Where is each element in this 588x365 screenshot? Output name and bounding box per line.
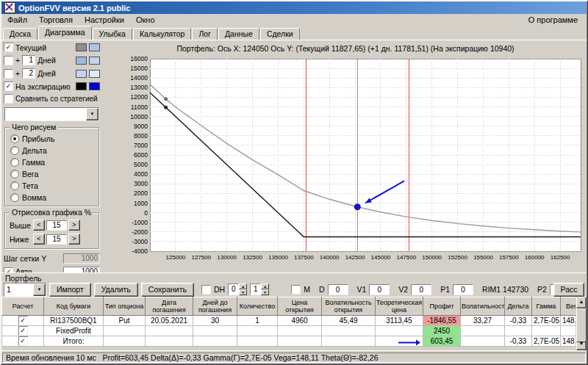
cell-col-quantity (237, 326, 278, 336)
plus2-color1-swatch[interactable] (76, 70, 87, 78)
tab-smile[interactable]: Улыбка (93, 28, 132, 40)
calculate-button[interactable]: Расс (553, 283, 584, 297)
col-profit[interactable]: Профит (423, 297, 461, 316)
plus1-color1-swatch[interactable] (76, 57, 87, 65)
scrollbar-track[interactable] (576, 308, 587, 339)
menu-settings[interactable]: Настройки (79, 15, 130, 25)
spin-down-icon[interactable]: ▼ (239, 289, 247, 295)
row-calc-checkbox[interactable]: ✓ (18, 316, 28, 325)
radio-profit[interactable]: Прибыль (7, 133, 97, 145)
radio-delta[interactable]: Дельта (7, 145, 97, 156)
plus1-color2-swatch[interactable] (89, 57, 100, 65)
radio-icon[interactable] (10, 193, 19, 202)
row-calc-checkbox[interactable]: ✓ (18, 336, 28, 346)
col-calc[interactable]: Расчет (2, 297, 44, 316)
current-line-color-swatch[interactable] (76, 43, 87, 51)
save-button[interactable]: Сохранить (141, 283, 194, 297)
profit-chart[interactable]: -4000-3000-2000-100001000200030004000500… (103, 54, 588, 272)
plus2-days-input[interactable]: 2 (22, 68, 35, 79)
plus1-checkbox[interactable] (4, 56, 13, 65)
current-price-marker (354, 203, 361, 210)
col-expiry-date[interactable]: Дата погашения (146, 297, 193, 316)
svg-text:13000: 13000 (130, 84, 148, 91)
table-scrollbar[interactable]: ▲ ▼ (576, 297, 587, 350)
col-volatility[interactable]: Волатильность (461, 297, 505, 316)
below-increase-button[interactable]: > (68, 234, 80, 245)
tab-log[interactable]: Лог (192, 28, 218, 40)
current-marker-color-swatch[interactable] (89, 43, 100, 51)
p1-input[interactable]: 0 (453, 284, 473, 295)
grid-auto-input[interactable]: 1000 (63, 267, 100, 272)
dh-spinner-1-value[interactable]: 0 (228, 283, 239, 295)
dh-spinner-2-value[interactable]: 1 (250, 283, 261, 295)
tab-deals[interactable]: Сделки (260, 28, 300, 40)
cell-col-volatility (461, 336, 505, 347)
auto-checkbox[interactable]: ✓ (4, 267, 13, 273)
radio-vomma[interactable]: Вомма (7, 192, 97, 203)
plus1-days-input[interactable]: 1 (22, 55, 35, 65)
tab-calculator[interactable]: Калькулятор (133, 28, 191, 40)
m-checkbox[interactable] (291, 285, 301, 294)
below-value-input[interactable]: 15 (46, 234, 67, 245)
col-ticker[interactable]: Код бумаги (44, 297, 104, 316)
above-increase-button[interactable]: > (68, 220, 80, 231)
col-option-type[interactable]: Тип опциона (104, 297, 146, 316)
menu-about[interactable]: О программе (523, 15, 587, 25)
svg-text:137500: 137500 (294, 254, 314, 261)
menu-file[interactable]: Файл (1, 15, 33, 25)
dh-spinner-2[interactable]: 1 ▲▼ (250, 283, 269, 295)
radio-icon[interactable] (10, 170, 19, 178)
dh-checkbox[interactable] (201, 285, 211, 294)
col-delta[interactable]: Дельта (505, 297, 532, 316)
row-calc-checkbox[interactable]: ✓ (18, 326, 28, 336)
strategy-select[interactable]: ▼ (4, 107, 99, 121)
spin-up-icon[interactable]: ▲ (239, 283, 247, 289)
above-value-input[interactable]: 15 (46, 220, 67, 231)
v1-input[interactable]: 0 (369, 284, 390, 295)
radio-theta[interactable]: Тета (7, 180, 97, 192)
expiration-checkbox[interactable]: ✓ (4, 82, 13, 91)
col-gamma[interactable]: Гамма (532, 297, 561, 316)
col-vega[interactable]: Вега (561, 297, 576, 316)
strategy-dropdown-icon[interactable]: ▼ (86, 108, 98, 120)
spin-down-icon[interactable]: ▼ (261, 289, 269, 295)
compare-checkbox[interactable] (4, 94, 13, 104)
tab-diagram[interactable]: Диаграмма (38, 26, 92, 40)
scroll-up-button[interactable]: ▲ (576, 297, 587, 308)
col-open-price[interactable]: Цена открытия (278, 297, 322, 316)
radio-icon[interactable] (10, 146, 19, 155)
v2-input[interactable]: 0 (411, 284, 431, 295)
menu-trade[interactable]: Торговля (33, 15, 79, 25)
col-open-volatility[interactable]: Волатильность открытия (322, 297, 376, 316)
radio-icon[interactable] (10, 158, 19, 167)
import-button[interactable]: Импорт (49, 283, 91, 297)
spin-up-icon[interactable]: ▲ (261, 283, 269, 289)
portfolio-dropdown-icon[interactable]: ▼ (33, 283, 46, 296)
dh-spinner-1[interactable]: 0 ▲▼ (228, 283, 247, 295)
col-days-to-expiry[interactable]: Дней до погашения (193, 297, 237, 316)
radio-icon[interactable] (10, 181, 19, 190)
positions-table: РасчетКод бумагиТип опционаДата погашени… (1, 297, 576, 347)
radio-icon[interactable] (10, 134, 19, 143)
col-theoretical-price[interactable]: Теоретическая цена (376, 297, 423, 316)
above-decrease-button[interactable]: < (33, 220, 45, 231)
d-input[interactable]: 0 (328, 284, 348, 295)
right-arrow-icon: > (72, 221, 76, 228)
radio-vega[interactable]: Вега (7, 168, 97, 180)
menu-window[interactable]: Окно (130, 15, 161, 25)
expiration-marker-color-swatch[interactable] (89, 82, 100, 90)
chevron-down-icon: ▼ (37, 287, 42, 292)
tab-board[interactable]: Доска (3, 28, 37, 40)
current-checkbox[interactable]: ✓ (4, 43, 13, 52)
tab-data[interactable]: Данные (218, 28, 259, 40)
below-decrease-button[interactable]: < (33, 234, 45, 245)
cell-col-vega (561, 326, 576, 336)
plus2-color2-swatch[interactable] (89, 70, 100, 78)
expiration-line-color-swatch[interactable] (76, 82, 87, 90)
radio-gamma[interactable]: Гамма (7, 156, 97, 168)
col-quantity[interactable]: Количество (237, 297, 278, 316)
plus2-checkbox[interactable] (4, 69, 13, 79)
portfolio-select[interactable]: 1 ▼ (4, 283, 46, 297)
scrollbar-thumb[interactable] (576, 308, 587, 342)
delete-button[interactable]: Удалить (94, 283, 138, 297)
